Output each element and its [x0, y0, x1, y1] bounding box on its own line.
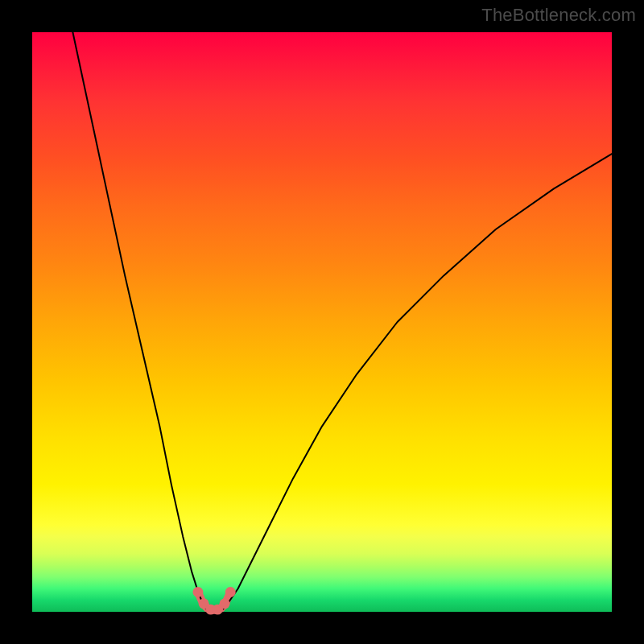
series-right-branch	[224, 154, 612, 609]
series-left-branch	[72, 32, 206, 609]
chart-svg	[32, 32, 612, 612]
trough-marker	[192, 587, 203, 597]
chart-frame: TheBottleneck.com	[0, 0, 644, 644]
trough-marker	[220, 598, 230, 609]
plot-area	[32, 32, 612, 612]
watermark-text: TheBottleneck.com	[481, 5, 636, 26]
trough-marker	[225, 587, 236, 597]
